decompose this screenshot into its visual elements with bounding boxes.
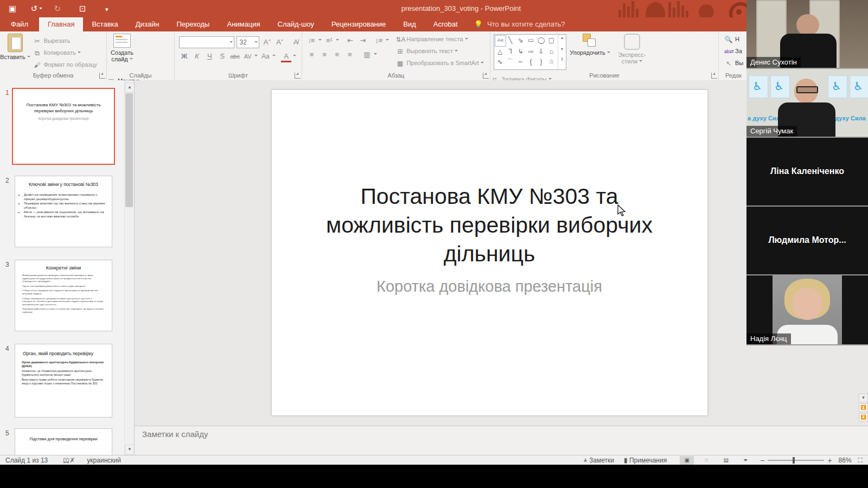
- shrink-font-button[interactable]: A˅: [275, 35, 285, 47]
- dialog-launcher-icon[interactable]: [483, 73, 489, 79]
- thumbnail-slide-4[interactable]: Орган, який проводить перевірку Орган де…: [15, 344, 112, 418]
- tell-me-box[interactable]: Что вы хотите сделать?: [483, 17, 565, 31]
- line-spacing-button[interactable]: ↕≡: [374, 35, 384, 47]
- find-button[interactable]: 🔍Н: [724, 33, 743, 45]
- columns-button[interactable]: ▥: [362, 49, 372, 61]
- font-color-button[interactable]: А: [281, 52, 291, 62]
- strikethrough-button[interactable]: abc: [230, 50, 240, 62]
- clear-formatting-button[interactable]: A̸: [291, 36, 301, 48]
- shape-right-arrow-icon[interactable]: ⇨: [526, 47, 536, 57]
- tab-transitions[interactable]: Переходы: [168, 17, 218, 31]
- shape-triangle-icon[interactable]: △: [495, 47, 505, 57]
- tab-design[interactable]: Дизайн: [127, 17, 168, 31]
- dialog-launcher-icon[interactable]: [295, 73, 301, 79]
- tab-home[interactable]: Главная: [39, 17, 83, 31]
- spellcheck-icon[interactable]: 🕮✗: [63, 457, 75, 464]
- shape-elbow-icon[interactable]: Ꞁ: [505, 47, 515, 57]
- justify-button[interactable]: ≡: [344, 49, 355, 61]
- shape-oval-icon[interactable]: ◯: [536, 35, 546, 46]
- participant-tile-liudmyla[interactable]: Людмила Мотор...: [746, 207, 868, 274]
- align-right-button[interactable]: ≡: [332, 49, 342, 61]
- shape-pentagon-icon[interactable]: ⌂: [546, 47, 557, 57]
- shape-down-arrow-icon[interactable]: ⇩: [536, 47, 546, 57]
- tab-review[interactable]: Рецензирование: [323, 17, 394, 31]
- bullets-button[interactable]: ⁝≡: [307, 35, 317, 47]
- shape-arc-icon[interactable]: ⌒: [505, 57, 515, 67]
- language-indicator[interactable]: украинский: [87, 457, 121, 464]
- shape-arrow-icon[interactable]: ⇘: [515, 35, 526, 46]
- canvas-scroll-down-icon[interactable]: ▼: [859, 394, 868, 402]
- select-button[interactable]: ↖Вы: [724, 57, 743, 69]
- zoom-in-button[interactable]: +: [827, 456, 832, 465]
- participant-tile-lina[interactable]: Ліна Каленіченко: [746, 138, 868, 206]
- slideshow-from-start-icon[interactable]: ⊡: [75, 0, 90, 17]
- shape-right-brace-icon[interactable]: }: [536, 57, 546, 67]
- notes-toggle[interactable]: ≜ Заметки: [583, 457, 614, 464]
- quick-styles-button[interactable]: Экспресс-стили: [614, 31, 650, 72]
- fit-to-window-button[interactable]: ⛶: [858, 457, 863, 464]
- comments-toggle[interactable]: ▮ Примечания: [624, 457, 667, 464]
- font-name-combobox[interactable]: [179, 36, 234, 48]
- numbering-button[interactable]: ≡¹: [324, 35, 334, 47]
- tab-slideshow[interactable]: Слайд-шоу: [269, 17, 323, 31]
- view-slideshow-button[interactable]: ⏷: [738, 456, 752, 465]
- shape-left-brace-icon[interactable]: {: [526, 57, 536, 67]
- redo-icon[interactable]: ↻: [50, 0, 65, 17]
- shapes-gallery-scrollbar[interactable]: ▲▼⊽: [558, 35, 566, 69]
- qat-customize-icon[interactable]: ▾: [100, 1, 114, 18]
- copy-button[interactable]: ⧉Копировать: [33, 47, 97, 59]
- slide-title-text[interactable]: Постанова КМУ №303 та можливість перевір…: [316, 182, 663, 268]
- tab-acrobat[interactable]: Acrobat: [425, 17, 467, 31]
- undo-icon[interactable]: ↺: [29, 0, 43, 17]
- shape-rounded-rect-icon[interactable]: ▢: [546, 35, 557, 46]
- tab-animations[interactable]: Анимация: [218, 17, 269, 31]
- shape-scribble-icon[interactable]: ∿: [495, 57, 505, 67]
- notes-pane[interactable]: [135, 426, 868, 455]
- scroll-down-icon[interactable]: ▼: [125, 445, 134, 455]
- tab-view[interactable]: Вид: [394, 17, 425, 31]
- next-slide-button[interactable]: ⏬: [859, 413, 868, 422]
- cut-button[interactable]: ✂Вырезать: [33, 35, 97, 47]
- shape-textbox-icon[interactable]: A≡: [495, 35, 506, 47]
- align-left-button[interactable]: ≡: [307, 49, 317, 61]
- view-slide-sorter-button[interactable]: ⁙: [699, 456, 713, 465]
- zoom-slider-thumb[interactable]: [793, 457, 795, 464]
- character-spacing-button[interactable]: AV: [242, 50, 253, 62]
- format-painter-button[interactable]: 🖌Формат по образцу: [33, 59, 97, 70]
- text-direction-button[interactable]: ⇅AНаправление текста: [395, 33, 483, 45]
- save-icon[interactable]: ▣: [5, 0, 20, 17]
- participant-tile-serhii[interactable]: а духу Сила а духу Сила Сергій Чумак: [746, 69, 868, 137]
- tab-file[interactable]: Файл: [0, 17, 39, 31]
- convert-smartart-button[interactable]: ▦Преобразовать в SmartArt: [395, 57, 483, 69]
- arrange-button[interactable]: Упорядочить: [569, 31, 611, 72]
- increase-indent-button[interactable]: ⇥: [358, 35, 368, 47]
- participant-tile-nadiia[interactable]: Надія Лєнц: [746, 275, 868, 344]
- thumbnail-slide-3[interactable]: Конкретні зміни Новий режим дозволяє про…: [15, 260, 112, 331]
- shape-elbow-arrow-icon[interactable]: ↳: [515, 47, 526, 57]
- text-shadow-button[interactable]: S: [217, 50, 227, 62]
- shape-star-icon[interactable]: ☆: [546, 57, 557, 67]
- view-normal-button[interactable]: ▣: [680, 456, 694, 465]
- view-reading-button[interactable]: ▤: [719, 456, 733, 465]
- replace-button[interactable]: ab⇄За: [724, 45, 743, 57]
- font-size-combobox[interactable]: 32: [237, 36, 259, 48]
- shape-curve-icon[interactable]: ∼: [515, 57, 526, 67]
- shape-rectangle-icon[interactable]: ▭: [526, 35, 536, 46]
- zoom-slider[interactable]: [768, 460, 824, 461]
- zoom-out-button[interactable]: −: [760, 456, 764, 465]
- thumbnail-slide-1[interactable]: Постанова КМУ №303 та можливість перевір…: [12, 88, 115, 165]
- new-slide-button[interactable]: Создать слайд: [107, 31, 137, 72]
- scroll-up-icon[interactable]: ▲: [125, 82, 134, 93]
- previous-slide-button[interactable]: ⏫: [859, 403, 868, 412]
- dialog-launcher-icon[interactable]: [99, 73, 105, 79]
- thumbnail-scrollbar-thumb[interactable]: [125, 93, 133, 207]
- paste-button[interactable]: Вставить: [0, 31, 30, 72]
- underline-button[interactable]: Ч: [205, 50, 215, 62]
- bold-button[interactable]: Ж: [179, 50, 189, 62]
- align-center-button[interactable]: ≡: [319, 49, 329, 61]
- slide-subtitle-text[interactable]: Коротка довідкова презентація: [316, 278, 663, 296]
- shapes-gallery[interactable]: A≡ ╲ ⇘ ▭ ◯ ▢ △ Ꞁ ↳ ⇨ ⇩ ⌂ ∿ ⌒ ∼ { }: [494, 34, 566, 70]
- participant-tile-denys[interactable]: Денис Сухотін: [746, 0, 868, 68]
- italic-button[interactable]: К: [192, 50, 202, 62]
- shape-line-icon[interactable]: ╲: [505, 35, 515, 46]
